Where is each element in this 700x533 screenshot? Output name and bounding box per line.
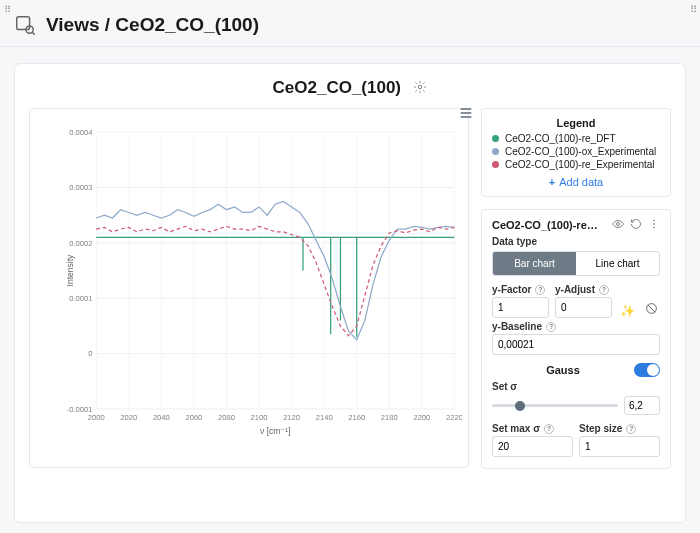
sigma-slider[interactable]: [492, 404, 618, 407]
legend-swatch: [492, 161, 499, 168]
help-icon[interactable]: ?: [626, 424, 636, 434]
svg-line-55: [647, 305, 655, 313]
breadcrumb: Views / CeO2_CO_(100): [46, 14, 259, 36]
svg-text:0.0002: 0.0002: [69, 239, 92, 248]
legend-title: Legend: [492, 117, 660, 129]
eye-icon[interactable]: [612, 218, 624, 232]
svg-point-50: [617, 223, 620, 226]
legend-label: CeO2-CO_(100)-re_Experimental: [505, 159, 655, 170]
chart-card: CeO2_CO_(100) -0.000100.00010.00020.0003…: [14, 63, 686, 523]
bar-chart-button[interactable]: Bar chart: [493, 252, 576, 275]
y-factor-label: y-Factor: [492, 284, 531, 295]
svg-text:0.0001: 0.0001: [69, 294, 92, 303]
gauss-toggle[interactable]: [634, 363, 660, 377]
gauss-label: Gauss: [492, 364, 634, 376]
legend-label: CeO2-CO_(100)-re_DFT: [505, 133, 616, 144]
drag-handle-icon[interactable]: ⠿: [4, 4, 10, 15]
svg-line-2: [32, 32, 34, 34]
chart-svg: -0.000100.00010.00020.00030.000420002020…: [64, 119, 462, 443]
svg-text:2080: 2080: [218, 413, 235, 422]
svg-point-51: [653, 220, 655, 222]
svg-text:2020: 2020: [120, 413, 137, 422]
svg-text:2200: 2200: [413, 413, 430, 422]
legend-label: CeO2-CO_(100)-ox_Experimental: [505, 146, 656, 157]
legend-swatch: [492, 135, 499, 142]
drag-handle-icon[interactable]: ⠿: [690, 4, 696, 15]
svg-text:2040: 2040: [153, 413, 170, 422]
wand-icon[interactable]: ✨: [618, 304, 636, 318]
y-baseline-label: y-Baseline: [492, 321, 542, 332]
svg-point-53: [653, 227, 655, 229]
page-header: Views / CeO2_CO_(100): [0, 0, 700, 47]
svg-text:0.0003: 0.0003: [69, 183, 92, 192]
chart-area: -0.000100.00010.00020.00030.000420002020…: [29, 108, 469, 468]
add-data-button[interactable]: +Add data: [492, 176, 660, 188]
svg-text:2140: 2140: [316, 413, 333, 422]
view-icon: [14, 14, 36, 36]
max-sigma-label: Set max σ: [492, 423, 540, 434]
chart-type-toggle: Bar chart Line chart: [492, 251, 660, 276]
svg-rect-0: [17, 17, 30, 30]
chart-menu-icon[interactable]: [458, 105, 474, 125]
series-controls-panel: CeO2-CO_(100)-re_… Data type Bar chart L…: [481, 209, 671, 469]
set-sigma-label: Set σ: [492, 381, 517, 392]
y-baseline-input[interactable]: [492, 334, 660, 355]
plus-icon: +: [549, 176, 555, 188]
gear-icon[interactable]: [413, 80, 427, 98]
step-size-label: Step size: [579, 423, 622, 434]
help-icon[interactable]: ?: [546, 322, 556, 332]
svg-text:0.0004: 0.0004: [69, 128, 92, 137]
legend-item[interactable]: CeO2-CO_(100)-re_DFT: [492, 133, 660, 144]
data-type-label: Data type: [492, 236, 660, 247]
series-name: CeO2-CO_(100)-re_…: [492, 219, 602, 231]
refresh-icon[interactable]: [630, 218, 642, 232]
svg-text:ν [cm⁻¹]: ν [cm⁻¹]: [260, 426, 291, 436]
exclude-icon[interactable]: [642, 302, 660, 318]
svg-point-52: [653, 223, 655, 225]
svg-text:2160: 2160: [348, 413, 365, 422]
svg-text:2120: 2120: [283, 413, 300, 422]
max-sigma-input[interactable]: [492, 436, 573, 457]
svg-text:Intensity: Intensity: [65, 254, 75, 286]
svg-text:2100: 2100: [251, 413, 268, 422]
legend-item[interactable]: CeO2-CO_(100)-re_Experimental: [492, 159, 660, 170]
legend-panel: Legend CeO2-CO_(100)-re_DFTCeO2-CO_(100)…: [481, 108, 671, 197]
help-icon[interactable]: ?: [599, 285, 609, 295]
legend-swatch: [492, 148, 499, 155]
svg-text:2060: 2060: [185, 413, 202, 422]
y-factor-input[interactable]: [492, 297, 549, 318]
help-icon[interactable]: ?: [535, 285, 545, 295]
y-adjust-input[interactable]: [555, 297, 612, 318]
svg-text:2180: 2180: [381, 413, 398, 422]
svg-text:2000: 2000: [88, 413, 105, 422]
svg-text:0: 0: [88, 349, 92, 358]
step-size-input[interactable]: [579, 436, 660, 457]
y-adjust-label: y-Adjust: [555, 284, 595, 295]
chart-title: CeO2_CO_(100): [273, 78, 402, 98]
line-chart-button[interactable]: Line chart: [576, 252, 659, 275]
help-icon[interactable]: ?: [544, 424, 554, 434]
legend-item[interactable]: CeO2-CO_(100)-ox_Experimental: [492, 146, 660, 157]
more-icon[interactable]: [648, 218, 660, 232]
sigma-input[interactable]: [624, 396, 660, 415]
svg-point-3: [419, 85, 423, 89]
svg-text:2220: 2220: [446, 413, 462, 422]
